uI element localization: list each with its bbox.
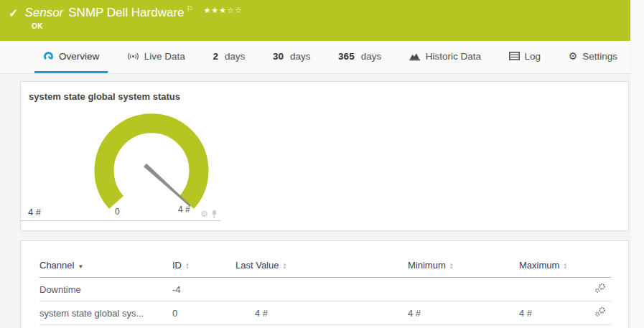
channel-minimum: 4 # bbox=[375, 301, 487, 325]
sort-icon: ▲▼ bbox=[282, 263, 286, 270]
gauge-current-value: 4 # bbox=[28, 207, 41, 217]
sort-icon: ▲▼ bbox=[449, 263, 454, 270]
pin-icon[interactable] bbox=[211, 210, 218, 219]
tab-label: Live Data bbox=[144, 51, 185, 62]
content-area: system state global system status 0 4 # … bbox=[0, 74, 630, 328]
tab-30-days[interactable]: 30 days bbox=[264, 41, 319, 73]
channel-settings-gears-icon[interactable] bbox=[594, 283, 607, 294]
sort-desc-icon: ▼ bbox=[78, 263, 83, 270]
tab-label: Log bbox=[525, 51, 541, 62]
gauge-settings-gear-icon[interactable]: ⚙ bbox=[200, 209, 208, 219]
column-label: Channel bbox=[39, 260, 74, 271]
priority-stars[interactable]: ★★★☆☆ bbox=[203, 6, 242, 15]
tab-settings[interactable]: ⚙ Settings bbox=[560, 41, 626, 73]
channel-id: -4 bbox=[172, 278, 235, 301]
broadcast-icon bbox=[127, 52, 139, 61]
gauge-tile[interactable]: system state global system status 0 4 # … bbox=[21, 82, 220, 221]
tab-label: days bbox=[361, 51, 382, 62]
channel-name: Downtime bbox=[39, 278, 172, 301]
tab-365-days[interactable]: 365 days bbox=[330, 41, 390, 73]
column-header-channel[interactable]: Channel▼ bbox=[39, 256, 172, 278]
column-label: Last Value bbox=[235, 260, 279, 271]
status-badge: OK bbox=[32, 22, 630, 30]
column-header-maximum[interactable]: Maximum▲▼ bbox=[487, 256, 587, 278]
object-kind-label: Sensor bbox=[24, 6, 63, 20]
column-header-id[interactable]: ID▲▼ bbox=[172, 256, 235, 278]
column-label: Maximum bbox=[519, 260, 559, 271]
flag-icon[interactable]: ⚐ bbox=[187, 4, 194, 14]
tab-bar: Overview Live Data 2 days 30 days 365 bbox=[0, 41, 630, 74]
channel-name: system state global sys... bbox=[39, 301, 172, 325]
log-list-icon bbox=[509, 52, 520, 60]
star-filled-icon[interactable]: ★ bbox=[211, 6, 219, 14]
area-chart-icon bbox=[409, 52, 421, 61]
channel-minimum bbox=[375, 278, 487, 301]
channel-id: 0 bbox=[172, 301, 235, 325]
star-filled-icon[interactable]: ★ bbox=[203, 6, 211, 14]
tab-number: 30 bbox=[273, 51, 284, 62]
sensor-header-bar: ✓ Sensor SNMP Dell Hardware ⚐ ★★★☆☆ OK bbox=[0, 0, 630, 41]
gauge-chart: 0 4 # bbox=[21, 105, 220, 220]
scrollbar-track[interactable] bbox=[630, 0, 644, 328]
tab-2-days[interactable]: 2 days bbox=[204, 41, 253, 73]
tab-overview[interactable]: Overview bbox=[34, 41, 108, 73]
column-header-actions bbox=[587, 256, 611, 278]
gear-icon: ⚙ bbox=[569, 50, 578, 62]
column-label: ID bbox=[172, 260, 182, 271]
tab-label: days bbox=[290, 51, 311, 62]
channel-settings-gears-icon[interactable] bbox=[594, 306, 607, 317]
tab-historic-data[interactable]: Historic Data bbox=[401, 41, 490, 73]
tab-label: Overview bbox=[59, 51, 99, 62]
channel-maximum: 4 # bbox=[487, 301, 587, 325]
column-header-minimum[interactable]: Minimum▲▼ bbox=[375, 256, 487, 278]
star-empty-icon[interactable]: ☆ bbox=[235, 6, 243, 14]
sort-icon: ▲▼ bbox=[185, 263, 190, 270]
sensor-page: ✓ Sensor SNMP Dell Hardware ⚐ ★★★☆☆ OK O… bbox=[0, 0, 644, 328]
column-header-last-value[interactable]: Last Value▲▼ bbox=[235, 256, 375, 278]
tab-log[interactable]: Log bbox=[500, 41, 550, 73]
channel-table-panel: Channel▼ ID▲▼ Last Value▲▼ Minimum▲▼ Max bbox=[20, 240, 629, 328]
tab-number: 365 bbox=[338, 51, 355, 62]
gauge-icon bbox=[43, 51, 54, 62]
gauge-min-label: 0 bbox=[115, 207, 120, 217]
sort-icon: ▲▼ bbox=[563, 263, 567, 270]
tab-number: 2 bbox=[213, 51, 218, 62]
star-filled-icon[interactable]: ★ bbox=[219, 6, 227, 14]
channel-last-value: 4 # bbox=[235, 301, 375, 325]
table-row-system-state[interactable]: system state global sys... 0 4 # 4 # 4 # bbox=[39, 301, 611, 325]
table-row-downtime[interactable]: Downtime -4 bbox=[39, 278, 611, 301]
tab-label: days bbox=[225, 51, 246, 62]
channel-maximum bbox=[487, 278, 587, 301]
tab-live-data[interactable]: Live Data bbox=[118, 41, 194, 73]
tab-label: Historic Data bbox=[426, 51, 481, 62]
gauge-title: system state global system status bbox=[21, 82, 220, 102]
tab-label: Settings bbox=[582, 51, 617, 62]
gauge-max-label: 4 # bbox=[178, 205, 190, 215]
sensor-title: SNMP Dell Hardware bbox=[68, 6, 184, 20]
channel-table: Channel▼ ID▲▼ Last Value▲▼ Minimum▲▼ Max bbox=[39, 256, 611, 325]
gauge-panel: system state global system status 0 4 # … bbox=[20, 81, 629, 231]
channel-last-value bbox=[235, 278, 375, 301]
ok-check-icon: ✓ bbox=[9, 6, 18, 20]
table-header-row: Channel▼ ID▲▼ Last Value▲▼ Minimum▲▼ Max bbox=[39, 256, 611, 278]
column-label: Minimum bbox=[408, 260, 446, 271]
star-empty-icon[interactable]: ☆ bbox=[227, 6, 235, 14]
